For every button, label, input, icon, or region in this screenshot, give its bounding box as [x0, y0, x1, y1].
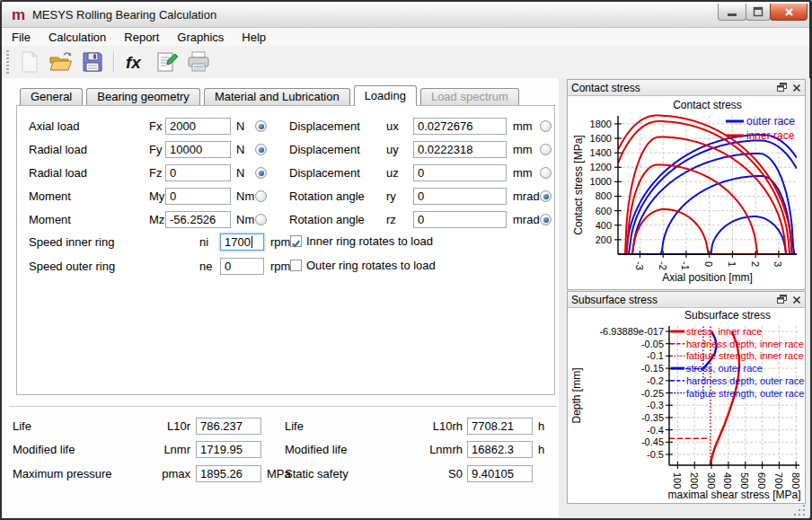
- svg-text:1200: 1200: [590, 162, 612, 172]
- svg-text:2: 2: [750, 261, 761, 267]
- checkbox-inner-ring-rotates-to-load[interactable]: [290, 235, 302, 247]
- menu-help[interactable]: Help: [234, 29, 274, 46]
- contact-stress-panel-header[interactable]: Contact stress: [568, 80, 805, 96]
- svg-text:1600: 1600: [590, 133, 612, 144]
- input-mz[interactable]: [165, 211, 231, 228]
- radio-fx[interactable]: [255, 120, 267, 132]
- result-symbol: L10rh: [409, 419, 463, 433]
- title-bar[interactable]: m MESYS Rolling Bearing Calculation: [2, 2, 809, 28]
- speed-row-unit: rpm: [270, 260, 290, 273]
- displacement-row-label: Rotation angle: [289, 189, 365, 203]
- report-icon: [155, 50, 180, 74]
- output-lnmr[interactable]: [196, 441, 261, 458]
- minimize-button[interactable]: [718, 4, 746, 21]
- input-ne[interactable]: [220, 258, 264, 275]
- close-panel-icon[interactable]: [792, 84, 801, 93]
- radio-fz[interactable]: [255, 167, 267, 179]
- input-rz[interactable]: [413, 211, 507, 228]
- function-button[interactable]: fx: [122, 48, 149, 75]
- load-row-symbol: Fz: [149, 166, 162, 180]
- minimize-icon: [727, 6, 737, 17]
- float-panel-icon[interactable]: [777, 83, 787, 93]
- window-title: MESYS Rolling Bearing Calculation: [32, 8, 216, 22]
- svg-text:100: 100: [672, 472, 683, 489]
- svg-text:1800: 1800: [590, 119, 612, 129]
- print-button[interactable]: [185, 48, 212, 75]
- subsurface-stress-panel: Subsurface stress -6.93889e-017-0.05-0.1…: [567, 291, 806, 504]
- svg-text:-3: -3: [634, 261, 645, 270]
- svg-text:Contact stress: Contact stress: [673, 99, 742, 111]
- window-resize-grip[interactable]: [794, 505, 807, 517]
- svg-text:-0.5: -0.5: [647, 449, 664, 460]
- tab-loading[interactable]: Loading: [354, 85, 417, 106]
- function-icon: fx: [124, 50, 147, 74]
- input-ux[interactable]: [413, 118, 507, 135]
- report-button[interactable]: [154, 48, 181, 75]
- result-symbol: Lnmrh: [409, 443, 463, 456]
- output-s0[interactable]: [467, 465, 533, 482]
- tab-bar: GeneralBearing geometryMaterial and Lubr…: [20, 85, 519, 105]
- toolbar-icons: fx: [16, 48, 212, 75]
- radio-uy[interactable]: [540, 144, 552, 155]
- close-icon: [784, 7, 794, 17]
- svg-text:outer race: outer race: [746, 115, 795, 128]
- svg-text:700: 700: [773, 472, 784, 489]
- radio-uz[interactable]: [540, 167, 552, 179]
- svg-text:1000: 1000: [590, 176, 612, 187]
- close-button[interactable]: [770, 4, 808, 21]
- displacement-row-label: Displacement: [289, 166, 360, 180]
- subsurface-stress-panel-header[interactable]: Subsurface stress: [568, 292, 805, 308]
- tab-general[interactable]: General: [20, 88, 83, 105]
- float-panel-icon[interactable]: [777, 295, 787, 304]
- output-l10r[interactable]: [196, 418, 261, 435]
- save-button[interactable]: [79, 48, 106, 75]
- radio-my[interactable]: [255, 190, 267, 202]
- menu-file[interactable]: File: [4, 29, 39, 46]
- tab-material-and-lubrication[interactable]: Material and Lubrication: [204, 88, 350, 105]
- tab-bearing-geometry[interactable]: Bearing geometry: [86, 88, 200, 105]
- output-l10rh[interactable]: [467, 418, 533, 435]
- open-file-button[interactable]: [48, 48, 75, 75]
- radio-ux[interactable]: [540, 120, 552, 132]
- speed-row-label: Speed outer ring: [29, 260, 115, 273]
- svg-text:0: 0: [703, 261, 714, 267]
- close-panel-icon[interactable]: [792, 295, 801, 304]
- speed-row-symbol: ni: [199, 235, 208, 249]
- menu-graphics[interactable]: Graphics: [169, 29, 232, 46]
- input-ni[interactable]: [220, 234, 264, 251]
- displacement-row-label: Rotation angle: [289, 213, 365, 226]
- input-fz[interactable]: [165, 164, 231, 181]
- load-row-symbol: Fy: [149, 143, 162, 156]
- menu-calculation[interactable]: Calculation: [40, 29, 114, 46]
- svg-text:1: 1: [727, 261, 737, 267]
- radio-mz[interactable]: [255, 214, 267, 225]
- toolbar-drag-handle[interactable]: [6, 50, 9, 74]
- radio-rz[interactable]: [540, 214, 552, 225]
- svg-text:fatigue strength, outer race: fatigue strength, outer race: [686, 388, 804, 399]
- input-fy[interactable]: [165, 141, 231, 158]
- output-lnmrh[interactable]: [467, 441, 533, 458]
- speed-row-unit: rpm: [270, 235, 290, 249]
- input-ry[interactable]: [413, 188, 507, 205]
- svg-text:600: 600: [596, 206, 612, 216]
- svg-text:-0.25: -0.25: [641, 388, 664, 399]
- input-uy[interactable]: [413, 141, 507, 158]
- mesys-logo-icon: m: [12, 7, 28, 22]
- input-fx[interactable]: [165, 118, 231, 135]
- load-row-label: Radial load: [29, 166, 87, 180]
- input-uz[interactable]: [413, 164, 507, 181]
- svg-text:1400: 1400: [590, 147, 612, 158]
- input-my[interactable]: [165, 188, 231, 205]
- result-symbol: pmax: [137, 467, 190, 480]
- maximize-button[interactable]: [746, 4, 771, 21]
- menu-report[interactable]: Report: [116, 29, 167, 46]
- output-pmax[interactable]: [196, 465, 261, 482]
- radio-fy[interactable]: [255, 144, 267, 155]
- checkbox-outer-ring-rotates-to-load[interactable]: [290, 260, 302, 271]
- tab-load-spectrum: Load spectrum: [420, 88, 519, 105]
- result-label: Life: [285, 419, 304, 433]
- radio-ry[interactable]: [540, 190, 552, 202]
- svg-text:400: 400: [596, 220, 612, 231]
- svg-text:200: 200: [596, 234, 612, 245]
- svg-text:maximal shear stress [MPa]: maximal shear stress [MPa]: [667, 489, 800, 501]
